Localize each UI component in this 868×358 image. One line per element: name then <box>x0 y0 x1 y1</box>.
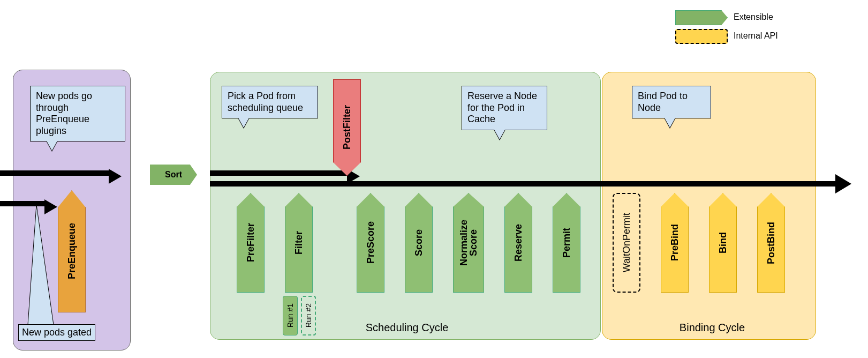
legend-extensible-arrow <box>675 10 728 25</box>
ext-permit-label: Permit <box>561 228 572 258</box>
ext-prebind: PreBind <box>661 193 689 293</box>
ext-prescore: PreScore <box>357 193 384 293</box>
ext-prebind-label: PreBind <box>669 224 681 261</box>
ext-postfilter: PostFilter <box>333 79 361 176</box>
ext-filter-label: Filter <box>293 231 305 255</box>
legend-internal-box <box>675 29 728 44</box>
ext-sort-label: Sort <box>165 170 182 180</box>
callout-gated-tail <box>27 205 59 325</box>
ext-sort: Sort <box>150 165 197 185</box>
ext-bind: Bind <box>709 193 737 293</box>
ext-normalize-score-label: NormalizeScore <box>459 220 478 266</box>
scheduling-cycle-label: Scheduling Cycle <box>332 322 482 334</box>
ext-prescore-label: PreScore <box>365 221 376 264</box>
callout-bindpod: Bind Pod to Node <box>632 86 711 118</box>
legend-internal-label: Internal API <box>734 31 778 41</box>
purple-arrow-top <box>0 170 110 176</box>
scheduling-top-bar <box>210 170 348 176</box>
ext-postfilter-label: PostFilter <box>342 105 353 150</box>
ext-score-label: Score <box>413 229 425 256</box>
ext-waitonpermit-label: WaitOnPermit <box>621 213 632 272</box>
ext-preenqueue-label: PreEnqueue <box>66 223 78 279</box>
binding-cycle-label: Binding Cycle <box>637 322 787 334</box>
ext-reserve-label: Reserve <box>513 224 524 262</box>
ext-postbind-label: PostBind <box>766 222 777 264</box>
ext-prefilter-label: PreFilter <box>245 223 256 262</box>
box-run2-label: Run #2 <box>304 303 313 327</box>
ext-permit: Permit <box>553 193 580 293</box>
ext-reserve: Reserve <box>504 193 532 293</box>
legend-extensible-label: Extensible <box>734 12 773 22</box>
callout-reserve: Reserve a Node for the Pod in Cache <box>462 86 547 130</box>
callout-pickpod: Pick a Pod from scheduling queue <box>222 86 318 118</box>
ext-prefilter: PreFilter <box>237 193 265 293</box>
ext-waitonpermit: WaitOnPermit <box>613 193 640 293</box>
box-run2: Run #2 <box>301 296 316 335</box>
ext-postbind: PostBind <box>757 193 785 293</box>
callout-gated-top: New pods gated <box>18 324 95 341</box>
ext-score: Score <box>405 193 433 293</box>
ext-bind-label: Bind <box>718 232 729 253</box>
box-run1-label: Run #1 <box>286 303 295 327</box>
callout-newpods: New pods go through PreEnqueue plugins <box>30 86 125 141</box>
purple-arrow-top-head <box>109 169 122 184</box>
main-axis-arrowhead <box>835 174 851 193</box>
box-run1: Run #1 <box>283 296 298 335</box>
ext-normalize-score: NormalizeScore <box>453 193 484 293</box>
main-axis-bar <box>210 181 837 187</box>
svg-marker-0 <box>28 205 54 325</box>
ext-filter: Filter <box>285 193 313 293</box>
ext-preenqueue: PreEnqueue <box>58 190 86 312</box>
